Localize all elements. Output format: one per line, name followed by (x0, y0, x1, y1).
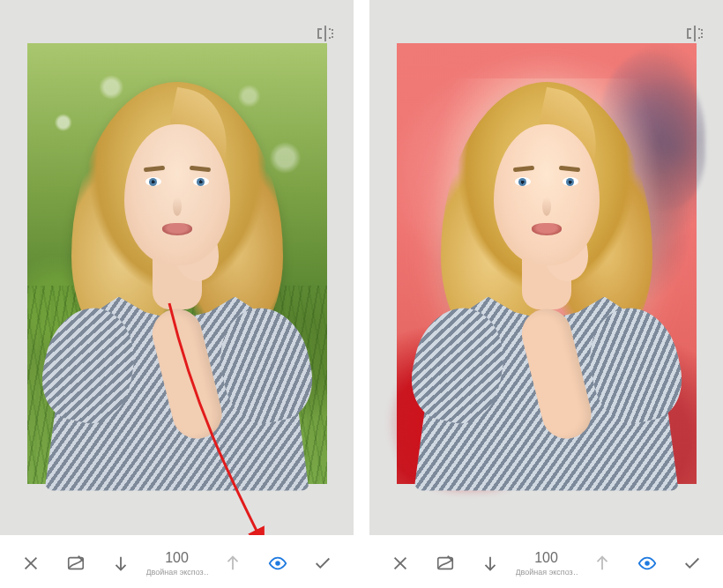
effect-value[interactable]: 100 Двойная экспоз… (146, 550, 208, 577)
apply-button[interactable] (303, 546, 342, 581)
effect-value-label: Двойная экспоз… (146, 568, 208, 577)
redo-button[interactable] (583, 546, 622, 581)
photo-original (27, 43, 327, 484)
editor-pane-right: 100 Двойная экспоз… (369, 0, 723, 588)
mask-brush-button[interactable] (426, 546, 465, 581)
effect-value-number: 100 (165, 550, 189, 566)
svg-point-1 (276, 561, 281, 566)
editor-pane-left: 100 Двойная экспоз… (0, 0, 354, 588)
canvas-area[interactable] (369, 0, 723, 535)
apply-button[interactable] (673, 546, 712, 581)
undo-button[interactable] (101, 546, 140, 581)
undo-button[interactable] (471, 546, 510, 581)
preview-eye-button[interactable] (258, 546, 297, 581)
app-stage: 100 Двойная экспоз… (0, 0, 723, 588)
preview-eye-button[interactable] (628, 546, 667, 581)
canvas-area[interactable] (0, 0, 354, 535)
svg-point-3 (645, 561, 651, 566)
mask-brush-button[interactable] (56, 546, 95, 581)
pane-divider (354, 0, 369, 588)
effect-value-number: 100 (534, 550, 558, 566)
photo-effect-applied (397, 43, 697, 484)
cancel-button[interactable] (381, 546, 420, 581)
toolbar: 100 Двойная экспоз… (369, 535, 723, 588)
effect-value[interactable]: 100 Двойная экспоз… (516, 550, 578, 577)
compare-icon[interactable] (315, 23, 336, 44)
redo-button[interactable] (213, 546, 252, 581)
toolbar: 100 Двойная экспоз… (0, 535, 354, 588)
cancel-button[interactable] (11, 546, 50, 581)
effect-value-label: Двойная экспоз… (516, 568, 578, 577)
compare-icon[interactable] (684, 23, 705, 44)
